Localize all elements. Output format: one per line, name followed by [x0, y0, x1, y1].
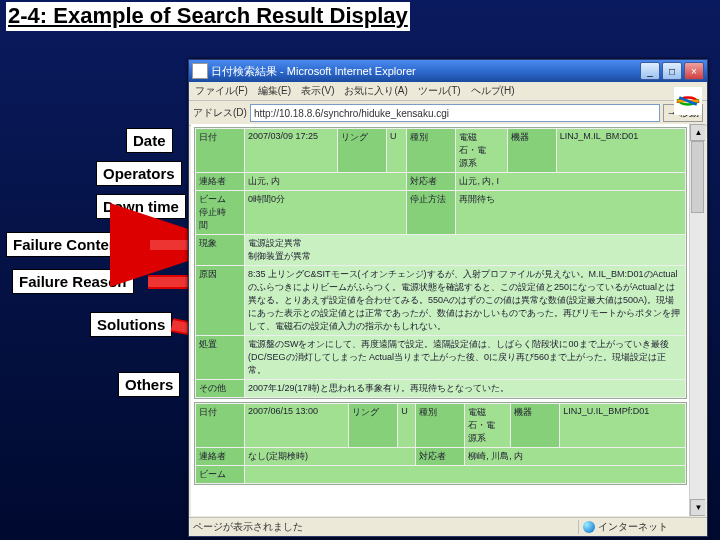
ie-throbber-icon — [671, 84, 705, 118]
scroll-up-button[interactable]: ▲ — [690, 124, 705, 141]
menu-tools[interactable]: ツール(T) — [418, 84, 461, 98]
slide-title: 2-4: Example of Search Result Display — [6, 2, 410, 31]
r1-resp-v: 山元, 内, I — [456, 173, 686, 191]
menu-file[interactable]: ファイル(F) — [195, 84, 248, 98]
callout-others: Others — [118, 372, 180, 397]
menu-fav[interactable]: お気に入り(A) — [344, 84, 407, 98]
r2-resp-v: 柳崎, 川島, 内 — [465, 448, 686, 466]
callout-reason: Failure Reason — [12, 269, 134, 294]
r1-cause-v: 8:35 上リングC&SITモース(イオンチェンジ)するが、入射プロファイルが見… — [245, 266, 686, 336]
r1-stop-v: 再開待ち — [456, 191, 686, 235]
scroll-down-button[interactable]: ▼ — [690, 499, 705, 516]
r1-oth-v: 2007年1/29(17時)と思われる事象有り。再現待ちとなっていた。 — [245, 380, 686, 398]
status-text: ページが表示されました — [189, 520, 578, 534]
r2-rep-l: 連絡者 — [196, 448, 245, 466]
r2-cat-l: 種別 — [416, 404, 465, 448]
r1-date-l: 日付 — [196, 129, 245, 173]
url-input[interactable]: http://10.18.8.6/synchro/hiduke_kensaku.… — [250, 104, 660, 122]
callout-operators: Operators — [96, 161, 182, 186]
menu-help[interactable]: ヘルプ(H) — [471, 84, 515, 98]
r2-beam-v — [245, 466, 686, 484]
r1-beam-v: 0時間0分 — [245, 191, 407, 235]
browser-titlebar[interactable]: 日付検索結果 - Microsoft Internet Explorer _ □… — [189, 60, 707, 82]
r2-ring-l: リング — [349, 404, 398, 448]
scrollbar[interactable]: ▲ ▼ — [689, 124, 705, 516]
r1-resp-l: 対応者 — [407, 173, 456, 191]
r1-stop-l: 停止方法 — [407, 191, 456, 235]
r1-date-v: 2007/03/09 17:25 — [245, 129, 338, 173]
r2-dev-l: 機器 — [511, 404, 560, 448]
address-label: アドレス(D) — [193, 106, 247, 120]
r2-resp-l: 対応者 — [416, 448, 465, 466]
r1-rep-l: 連絡者 — [196, 173, 245, 191]
r2-date-v: 2007/06/15 13:00 — [245, 404, 349, 448]
slide-root: 2-4: Example of Search Result Display Da… — [0, 0, 720, 540]
globe-icon — [583, 521, 595, 533]
scroll-thumb[interactable] — [691, 141, 704, 213]
r2-beam-l: ビーム — [196, 466, 245, 484]
callout-downtime: Down time — [96, 194, 186, 219]
r1-dev-v: LINJ_M.IL_BM:D01 — [556, 129, 685, 173]
page-icon — [192, 63, 208, 79]
browser-title: 日付検索結果 - Microsoft Internet Explorer — [211, 64, 640, 79]
r1-cause-l: 原因 — [196, 266, 245, 336]
result-record-2: 日付 2007/06/15 13:00 リング U 種別 電磁 石・電 源系 機… — [194, 402, 687, 485]
close-button[interactable]: × — [684, 62, 704, 80]
browser-window: 日付検索結果 - Microsoft Internet Explorer _ □… — [188, 59, 708, 537]
browser-menubar[interactable]: ファイル(F) 編集(E) 表示(V) お気に入り(A) ツール(T) ヘルプ(… — [189, 82, 707, 101]
menu-view[interactable]: 表示(V) — [301, 84, 334, 98]
callout-date: Date — [126, 128, 173, 153]
r1-dev-l: 機器 — [507, 129, 556, 173]
r1-fix-l: 処置 — [196, 336, 245, 380]
r1-fix-v: 電源盤のSWをオンにして、再度遠隔で設定。遠隔設定値は、しばらく階段状に00まで… — [245, 336, 686, 380]
r1-ring-l: リング — [338, 129, 387, 173]
r2-dev-v: LINJ_U.IL_BMPf:D01 — [560, 404, 686, 448]
r1-cat-v: 電磁 石・電 源系 — [456, 129, 507, 173]
result-record-1: 日付 2007/03/09 17:25 リング U 種別 電磁 石・電 源系 機… — [194, 127, 687, 399]
address-bar: アドレス(D) http://10.18.8.6/synchro/hiduke_… — [189, 101, 707, 126]
r1-cat-l: 種別 — [407, 129, 456, 173]
r1-oth-l: その他 — [196, 380, 245, 398]
r2-date-l: 日付 — [196, 404, 245, 448]
r1-ring-v: U — [387, 129, 407, 173]
r2-rep-v: なし(定期検時) — [245, 448, 416, 466]
callout-contents: Failure Contents — [6, 232, 138, 257]
maximize-button[interactable]: □ — [662, 62, 682, 80]
r2-cat-v: 電磁 石・電 源系 — [465, 404, 511, 448]
menu-edit[interactable]: 編集(E) — [258, 84, 291, 98]
minimize-button[interactable]: _ — [640, 62, 660, 80]
r1-beam-l: ビーム 停止時 間 — [196, 191, 245, 235]
status-bar: ページが表示されました インターネット — [189, 517, 707, 536]
r1-sym-v: 電源設定異常 制御装置が異常 — [245, 235, 686, 266]
callout-solutions: Solutions — [90, 312, 172, 337]
r1-sym-l: 現象 — [196, 235, 245, 266]
r1-rep-v: 山元, 内 — [245, 173, 407, 191]
browser-content: ▲ ▼ 日付 2007/03/09 17:25 リング U 種別 電磁 石・電 … — [191, 124, 705, 516]
r2-ring-v: U — [398, 404, 416, 448]
status-zone: インターネット — [578, 520, 707, 534]
